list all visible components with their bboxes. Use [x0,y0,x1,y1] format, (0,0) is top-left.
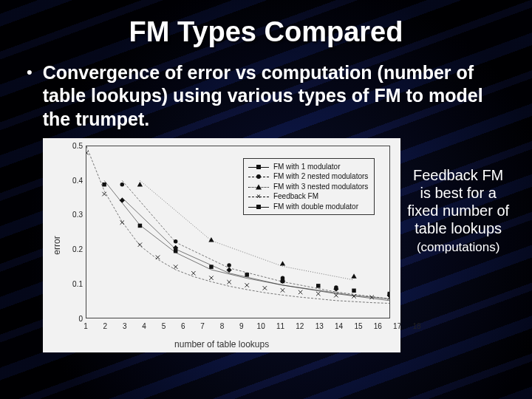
chart-xtick: 7 [200,322,205,330]
chart-xtick: 3 [123,322,127,330]
svg-rect-7 [352,288,355,292]
chart-ytick: 0.3 [68,211,83,219]
legend-item: FM with double modulator [248,202,368,212]
chart-figure: error number of table lookups FM with 1 … [43,138,400,352]
chart-xtick: 11 [276,322,284,330]
chart-xtick: 17 [393,322,401,330]
svg-marker-16 [208,237,214,242]
bullet-dot-icon: • [27,61,33,83]
chart-ylabel: error [52,236,62,254]
caption-text: Feedback FM is best for a fixed number o… [406,166,510,255]
legend-item: FM with 1 modulator [248,162,368,172]
chart-ytick: 0.2 [68,245,83,253]
svg-marker-15 [137,182,143,186]
chart-xtick: 2 [103,322,108,330]
chart-xtick: 5 [162,322,166,330]
chart-xtick: 18 [412,322,420,330]
svg-rect-1 [138,223,142,227]
svg-point-10 [174,239,177,243]
bullet-item: • Convergence of error vs computation (n… [22,61,510,131]
svg-marker-17 [280,261,285,265]
svg-marker-57 [226,267,231,273]
legend-item: ×Feedback FM [248,191,368,202]
svg-point-9 [120,183,124,186]
chart-xtick: 8 [220,322,225,330]
chart-xtick: 6 [181,322,185,330]
chart-ytick: 0.5 [68,141,83,149]
chart-xtick: 12 [296,322,304,330]
legend-item: FM with 3 nested modulators [248,182,368,192]
chart-xtick: 9 [239,322,244,330]
chart-xtick: 15 [354,322,362,330]
chart-ytick: 0.4 [68,176,83,184]
svg-rect-6 [316,284,320,287]
chart-xtick: 16 [374,322,382,330]
chart-xtick: 1 [83,322,88,330]
slide: FM Types Compared • Convergence of error… [0,0,532,399]
svg-marker-18 [351,273,356,278]
chart-xtick: 10 [257,322,265,330]
chart-xtick: 4 [142,322,146,330]
svg-rect-0 [102,183,106,186]
chart-ytick: 0.1 [68,279,83,287]
chart-xtick: 13 [316,322,324,330]
svg-rect-3 [209,265,213,268]
chart-xlabel: number of table lookups [43,339,400,349]
chart-ytick: 0 [68,314,83,322]
svg-point-11 [227,263,231,267]
svg-marker-55 [120,197,125,202]
bullet-text: Convergence of error vs computation (num… [43,61,494,131]
chart-legend: FM with 1 modulator FM with 2 nested mod… [243,158,375,216]
svg-rect-4 [245,273,248,276]
chart-xtick: 14 [335,322,343,330]
legend-item: FM with 2 nested modulators [248,171,368,182]
slide-title: FM Types Compared [22,16,510,48]
